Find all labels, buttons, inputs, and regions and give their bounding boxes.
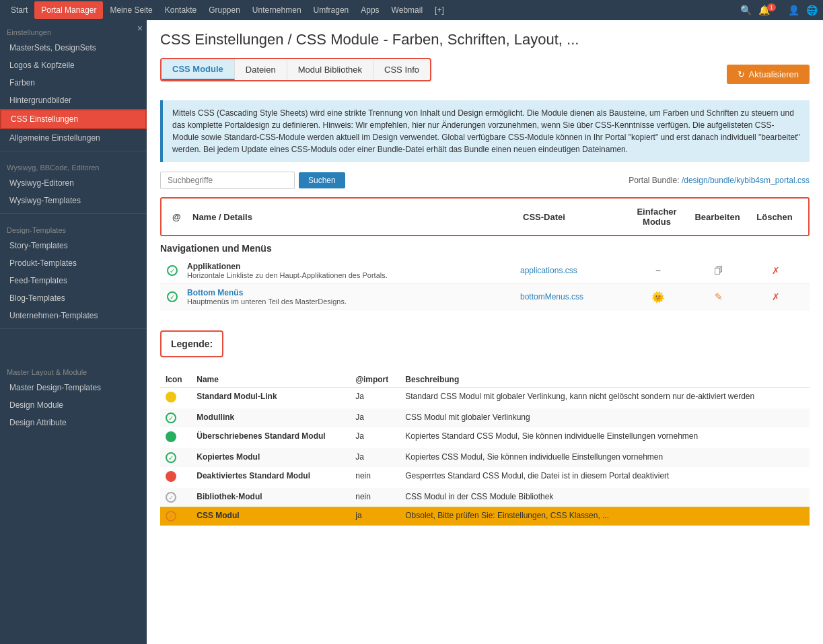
refresh-icon: ↻: [738, 69, 745, 79]
legend-icon: [166, 431, 176, 442]
main-container: × Einstellungen MasterSets, DesignSets L…: [0, 20, 823, 644]
search-icon[interactable]: 🔍: [740, 5, 752, 15]
portal-bundle-info: Portal Bundle: /design/bundle/kybib4sm_p…: [629, 176, 810, 185]
col-einfacher-modus: Einfacher Modus: [627, 204, 687, 229]
notification-badge: 1: [767, 3, 776, 11]
sidebar-section-wysiwyg: Wysiwyg, BBCode, Editoren: [0, 155, 147, 174]
tab-css-info[interactable]: CSS Info: [373, 60, 430, 79]
sidebar-item-farben[interactable]: Farben: [0, 74, 147, 92]
page-title: CSS Einstellungen / CSS Module - Farben,…: [160, 31, 810, 48]
sidebar-item-mastersets[interactable]: MasterSets, DesignSets: [0, 39, 147, 57]
sidebar-item-feed-templates[interactable]: Feed-Templates: [0, 272, 147, 289]
sidebar-item-hintergrundbilder[interactable]: Hintergrundbilder: [0, 92, 147, 109]
search-input[interactable]: [160, 172, 295, 189]
search-button[interactable]: Suchen: [299, 172, 345, 188]
nav-gruppen[interactable]: Gruppen: [203, 3, 246, 17]
tab-css-module[interactable]: CSS Module: [162, 59, 235, 80]
legend-icon: ✓: [166, 511, 176, 522]
legend-row-name: Modullink: [191, 408, 350, 427]
sidebar-item-master-design-templates[interactable]: Master Design-Templates: [0, 379, 147, 396]
nav-meine-seite[interactable]: Meine Seite: [104, 3, 157, 17]
legend-row-desc: Obsolet, Bitte prüfen Sie: Einstellungen…: [400, 507, 810, 526]
legend-row-desc: Kopiertes CSS Modul, Sie können individu…: [400, 448, 810, 467]
sidebar-section-master-layout: Master Layout & Module: [0, 360, 147, 379]
legend-col-beschreibung: Beschreibung: [400, 372, 810, 388]
legend-row-desc: CSS Modul in der CSS Module Bibliothek: [400, 488, 810, 507]
nav-plus[interactable]: [+]: [429, 3, 450, 17]
legend-table-body: Standard Modul-Link Ja Standard CSS Modu…: [160, 388, 810, 526]
legend-row-import: Ja: [350, 448, 400, 467]
legend-col-import: @import: [350, 372, 400, 388]
sidebar-item-logos[interactable]: Logos & Kopfzeile: [0, 57, 147, 74]
portal-bundle-link[interactable]: /design/bundle/kybib4sm_portal.css: [682, 176, 810, 185]
legend-row: ✓ Bibliothek-Modul nein CSS Modul in der…: [160, 488, 810, 507]
sidebar-divider-3: [0, 328, 147, 329]
nav-right-icons: 🔍 🔔 1 👤 🌐: [740, 5, 818, 15]
section-nav-title: Navigationen und Menüs: [160, 236, 810, 258]
row-item-name[interactable]: Bottom Menüs: [187, 288, 520, 297]
row-einfacher: –: [628, 266, 688, 275]
top-navigation: Start Portal Manager Meine Seite Kontakt…: [0, 0, 823, 20]
edit-icon[interactable]: ✎: [715, 291, 723, 302]
delete-icon[interactable]: ✗: [772, 265, 780, 276]
row-actions: 🗍: [688, 265, 749, 276]
delete-icon[interactable]: ✗: [772, 291, 780, 302]
legend-row: ✓ CSS Modul ja Obsolet, Bitte prüfen Sie…: [160, 507, 810, 526]
user-icon[interactable]: 👤: [788, 5, 799, 15]
sidebar-item-unternehmen-templates[interactable]: Unternehmen-Templates: [0, 307, 147, 324]
tab-dateien[interactable]: Dateien: [235, 60, 287, 79]
nav-unternehmen[interactable]: Unternehmen: [247, 3, 307, 17]
table-header: @ Name / Details CSS-Datei Einfacher Mod…: [160, 197, 810, 236]
table-row: ✓ Applikationen Horizontale Linkliste zu…: [160, 258, 810, 284]
sidebar-item-wysiwyg-editoren[interactable]: Wysiwyg-Editoren: [0, 174, 147, 192]
col-bearbeiten: Bearbeiten: [687, 209, 748, 225]
sidebar-item-story-templates[interactable]: Story-Templates: [0, 237, 147, 254]
legend-row-icon: ✓: [160, 448, 191, 467]
legend-col-name: Name: [191, 372, 350, 388]
legend-row-icon: [160, 467, 191, 488]
main-content: CSS Einstellungen / CSS Module - Farben,…: [147, 20, 823, 644]
row-einfacher: 🌞: [628, 291, 688, 303]
legend-col-icon: Icon: [160, 372, 191, 388]
sidebar-item-wysiwyg-templates[interactable]: Wysiwyg-Templates: [0, 192, 147, 209]
row-item-desc: Hauptmenüs im unteren Teil des MasterDes…: [187, 297, 520, 306]
row-delete: ✗: [749, 265, 803, 276]
legend-row-name: Überschriebenes Standard Modul: [191, 427, 350, 448]
legend-row: ✓ Kopiertes Modul Ja Kopiertes CSS Modul…: [160, 448, 810, 467]
legend-row-name: Deaktiviertes Standard Modul: [191, 467, 350, 488]
nav-umfragen[interactable]: Umfragen: [308, 3, 355, 17]
legend-icon: [166, 471, 176, 482]
sidebar-item-css-einstellungen[interactable]: CSS Einstellungen: [0, 109, 147, 129]
search-form: Suchen: [160, 172, 345, 189]
legend-row: ✓ Modullink Ja CSS Modul mit globaler Ve…: [160, 408, 810, 427]
row-icon: ✓: [167, 265, 187, 276]
close-sidebar-button[interactable]: ×: [137, 23, 143, 34]
copy-icon[interactable]: 🗍: [714, 265, 723, 276]
aktualisieren-button[interactable]: ↻ Aktualisieren: [727, 65, 810, 84]
nav-portal-manager[interactable]: Portal Manager: [34, 1, 103, 19]
legend-row-icon: [160, 427, 191, 448]
sidebar-item-produkt-templates[interactable]: Produkt-Templates: [0, 254, 147, 272]
sidebar-item-blog-templates[interactable]: Blog-Templates: [0, 289, 147, 307]
nav-start[interactable]: Start: [5, 3, 33, 17]
nav-webmail[interactable]: Webmail: [386, 3, 428, 17]
sidebar-item-design-module[interactable]: Design Module: [0, 396, 147, 414]
sidebar-item-design-attribute[interactable]: Design Attribute: [0, 414, 147, 431]
table-row: ✓ Bottom Menüs Hauptmenüs im unteren Tei…: [160, 284, 810, 310]
notification-icon[interactable]: 🔔 1: [758, 5, 781, 15]
color-mode-icon[interactable]: 🌞: [651, 291, 665, 303]
sidebar: × Einstellungen MasterSets, DesignSets L…: [0, 20, 147, 644]
portal-bundle-label: Portal Bundle:: [629, 176, 679, 185]
row-css-file: bottomMenus.css: [520, 292, 628, 301]
legend-row-name: Kopiertes Modul: [191, 448, 350, 467]
sidebar-item-allgemeine[interactable]: Allgemeine Einstellungen: [0, 129, 147, 147]
nav-kontakte[interactable]: Kontakte: [159, 3, 202, 17]
legend-row-import: Ja: [350, 427, 400, 448]
info-box: Mittels CSS (Cascading Style Sheets) wir…: [160, 100, 810, 162]
legend-row-desc: Standard CSS Modul mit globaler Verlinku…: [400, 388, 810, 409]
globe-icon[interactable]: 🌐: [806, 5, 818, 15]
sidebar-section-design-templates: Design-Templates: [0, 218, 147, 237]
nav-apps[interactable]: Apps: [355, 3, 384, 17]
tab-modul-bibliothek[interactable]: Modul Bibliothek: [287, 60, 373, 79]
legend-row-name: CSS Modul: [191, 507, 350, 526]
